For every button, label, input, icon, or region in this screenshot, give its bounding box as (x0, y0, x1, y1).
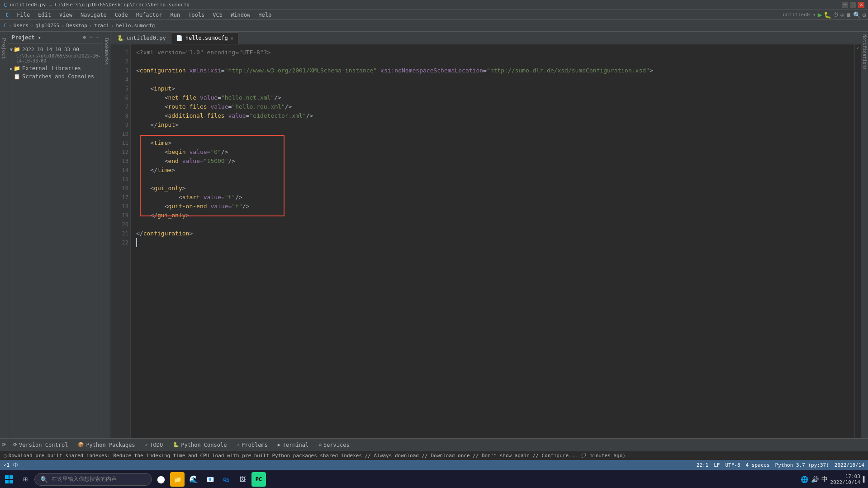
debug-button[interactable]: 🐛 (824, 11, 831, 19)
status-linesep[interactable]: LF (714, 462, 720, 468)
close-button[interactable]: ✕ (858, 2, 864, 8)
line-num-4: 4 (112, 75, 128, 84)
menu-vcs[interactable]: VCS (209, 11, 226, 19)
taskbar-pycharm-icon[interactable]: PC (251, 472, 266, 487)
tree-path-root: C:\Users\glp10765\Sumo\2022-10-14-10-33-… (8, 53, 103, 64)
menu-code[interactable]: Code (111, 11, 132, 19)
menu-run[interactable]: Run (166, 11, 184, 19)
folder-icon-scratches: 📋 (14, 73, 20, 80)
status-python[interactable]: Python 3.7 (py:37) (775, 462, 829, 468)
menu-help[interactable]: Help (255, 11, 275, 19)
menu-edit[interactable]: Edit (34, 11, 55, 19)
bottom-tab-vcs[interactable]: ⟳ Version Control (9, 439, 72, 451)
tree-item-scratches[interactable]: ▶ 📋 Scratches and Consoles (8, 72, 103, 81)
tab-untitled0[interactable]: 🐍 untitled0.py (112, 32, 171, 44)
bottom-tab-packages[interactable]: 📦 Python Packages (73, 439, 139, 451)
menu-tools[interactable]: Tools (185, 11, 208, 19)
taskbar-search-placeholder: 在这里输入你想搜索的内容 (52, 475, 117, 483)
menu-navigate[interactable]: Navigate (77, 11, 110, 19)
code-line-17: <start value="t"/> (136, 193, 849, 202)
notifications-label[interactable]: Notifications (862, 32, 867, 72)
tab-close-hellosumocfg[interactable]: ✕ (231, 36, 233, 41)
taskbar-volume-icon[interactable]: 🔊 (811, 476, 819, 483)
line-num-8: 8 (112, 111, 128, 120)
code-line-8: <additional-files value="e1detector.xml"… (136, 111, 849, 120)
code-editor: 1 2 3 4 5 6 7 8 9 10 11 12 13 14 15 16 1… (110, 44, 861, 438)
title-bar: C untitled0.py – C:\Users\glp10765\Deskt… (0, 0, 868, 10)
taskbar-show-desktop[interactable]: ▌ (863, 476, 866, 483)
menu-refactor[interactable]: Refactor (133, 11, 166, 19)
menu-bar: C File Edit View Navigate Code Refactor … (0, 10, 868, 20)
status-encoding[interactable]: UTF-8 (725, 462, 740, 468)
menu-view[interactable]: View (56, 11, 76, 19)
bottom-tab-services[interactable]: ⚙ Services (314, 439, 354, 451)
project-collapse-icon[interactable]: ═ (90, 34, 93, 40)
taskbar-photos-icon[interactable]: 🖼 (235, 472, 250, 487)
git-status: ✓1 (4, 462, 9, 468)
taskview-button[interactable]: ⊞ (18, 472, 33, 487)
taskbar-network-icon[interactable]: 🌐 (801, 476, 808, 483)
code-line-11: <time> (136, 139, 849, 148)
menu-window[interactable]: Window (227, 11, 254, 19)
main-area: Project Project ▾ ⚙ ═ – ▼ 📁 2022-10-14-1… (0, 32, 868, 438)
bottom-tab-console[interactable]: 🐍 Python Console (168, 439, 231, 451)
line-num-15: 15 (112, 175, 128, 184)
nav-desktop: Desktop (66, 23, 87, 29)
tree-item-root[interactable]: ▼ 📁 2022-10-14-10-33-00 (8, 45, 103, 53)
line-num-11: 11 (112, 139, 128, 148)
line-num-22: 22 (112, 238, 128, 247)
taskbar-mail-icon[interactable]: 📧 (203, 472, 217, 487)
bottom-tab-problems[interactable]: ⚠ Problems (232, 439, 272, 451)
title-bar-left: C untitled0.py – C:\Users\glp10765\Deskt… (4, 1, 190, 8)
run-button[interactable]: ▶ (818, 10, 822, 19)
folder-icon-ext-libs: 📁 (14, 65, 20, 72)
bookmarks-label[interactable]: Bookmarks (104, 35, 109, 68)
menu-c[interactable]: C (2, 11, 12, 19)
project-close-icon[interactable]: – (96, 34, 99, 40)
todo-label: TODO (150, 442, 163, 448)
taskbar-ime-icon[interactable]: 中 (821, 475, 828, 483)
bottom-tab-todo[interactable]: ✓ TODO (141, 439, 168, 451)
right-sidebar: Notifications (861, 32, 868, 438)
maximize-button[interactable]: □ (850, 2, 856, 8)
code-line-15 (136, 175, 849, 184)
tree-item-ext-libs[interactable]: ▶ 📁 External Libraries (8, 64, 103, 72)
tab-icon-untitled0: 🐍 (117, 35, 124, 41)
git-icon: ⟳ (2, 442, 6, 448)
title-bar-controls[interactable]: ─ □ ✕ (842, 2, 864, 8)
svg-rect-2 (5, 480, 9, 483)
packages-icon: 📦 (78, 442, 84, 448)
nav-c: C (4, 23, 7, 29)
taskbar-edge-icon[interactable]: 🌊 (186, 472, 201, 487)
taskbar-time: 17:03 (830, 474, 860, 479)
minimize-button[interactable]: ─ (842, 2, 848, 8)
coverage-button[interactable]: ◎ (840, 12, 844, 18)
line-num-9: 9 (112, 120, 128, 129)
code-line-21: </configuration> (136, 229, 849, 238)
code-line-22[interactable] (136, 238, 849, 247)
taskbar-search-icon: 🔍 (40, 476, 48, 483)
line-num-19: 19 (112, 211, 128, 220)
project-sidebar-label[interactable]: Project (1, 35, 7, 62)
code-content[interactable]: <?xml version="1.0" encoding="UTF-8"?> <… (131, 44, 854, 438)
taskbar-store-icon[interactable]: 🛍 (219, 472, 233, 487)
taskbar-cortana-icon[interactable]: ⬤ (154, 472, 168, 487)
profile-button[interactable]: ⏱ (833, 12, 839, 18)
status-position[interactable]: 22:1 (697, 462, 709, 468)
bottom-tab-terminal[interactable]: ▶ Terminal (273, 439, 313, 451)
taskbar-search[interactable]: 🔍 在这里输入你想搜索的内容 (34, 473, 152, 486)
code-line-4 (136, 75, 849, 84)
status-indent[interactable]: 4 spaces (746, 462, 770, 468)
stop-button[interactable]: ⏹ (846, 12, 851, 18)
tree-arrow-ext-libs: ▶ (10, 66, 13, 71)
project-settings-icon[interactable]: ⚙ (83, 34, 86, 40)
line-num-13: 13 (112, 157, 128, 166)
menu-file[interactable]: File (13, 11, 33, 19)
search-everywhere-icon[interactable]: 🔍 (853, 11, 861, 19)
start-button[interactable] (2, 472, 16, 487)
tab-hellosumocfg[interactable]: 📄 hello.sumocfg ✕ (171, 32, 238, 44)
settings-icon[interactable]: ⚙ (863, 11, 866, 19)
taskbar-clock: 17:03 2022/10/14 (830, 474, 860, 485)
line-num-6: 6 (112, 93, 128, 102)
taskbar-explorer-icon[interactable]: 📁 (170, 472, 185, 487)
